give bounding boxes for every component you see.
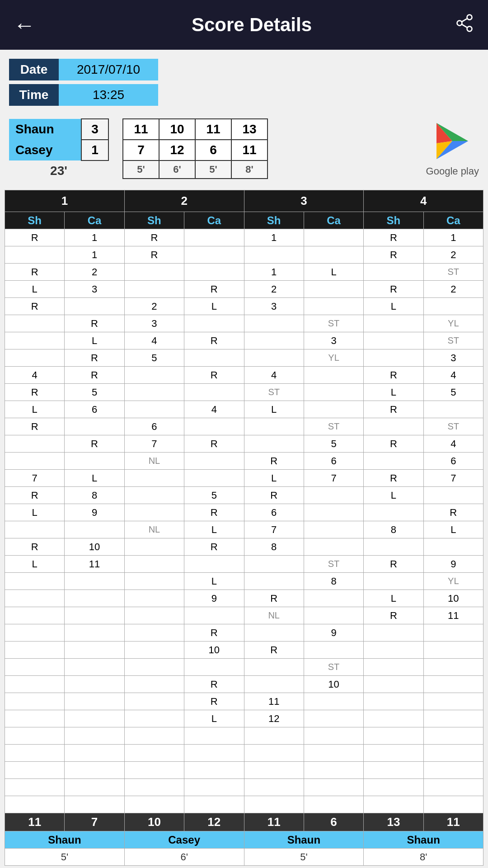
date-value: 2017/07/10 [59,59,158,80]
time-label: Time [9,84,59,106]
set4-header: 4 [364,190,483,212]
table-row [5,745,483,762]
players-table: Shaun 3 Casey 1 23' [9,118,109,181]
table-row: 9RL10 [5,590,483,607]
google-play-icon [430,118,475,164]
table-row: R10 [5,676,483,693]
duration-row: 23' [9,160,108,181]
table-row: 10R [5,642,483,659]
svg-point-1 [457,20,462,25]
time-value: 13:25 [59,84,158,106]
svg-point-2 [467,26,472,31]
totals-row: 11710121161311 [5,813,483,831]
table-row: NLL78L [5,521,483,538]
google-play-label: Google play [426,165,479,177]
table-row: R5YL3 [5,349,483,367]
date-label: Date [9,59,59,80]
set4-ca: Ca [423,212,483,229]
table-row: R1R1R1 [5,229,483,246]
table-row: R9 [5,624,483,642]
table-row: L11STR9 [5,556,483,573]
table-row: R3STYL [5,315,483,332]
table-row: 4RR4R4 [5,367,483,384]
detail-table: 1 2 3 4 Sh Ca Sh Ca Sh Ca Sh Ca R1R1R11R… [5,190,483,866]
player1-name: Shaun [9,119,81,140]
set4-sh: Sh [364,212,423,229]
table-row: L4R3ST [5,332,483,349]
score-section: Shaun 3 Casey 1 23' 111011137126115'6'5'… [0,114,488,185]
set1-ca: Ca [65,212,124,229]
table-row: 1RR2 [5,246,483,264]
svg-line-4 [462,18,468,21]
table-row: R5STL5 [5,384,483,401]
set3-ca: Ca [304,212,363,229]
set-header-row: 1 2 3 4 [5,190,483,212]
share-icon[interactable] [455,13,474,37]
table-row: NLR66 [5,453,483,470]
player2-name: Casey [9,140,81,160]
set3-sh: Sh [244,212,304,229]
set2-sh: Sh [124,212,184,229]
table-row: R10R8 [5,538,483,556]
player1-row: Shaun 3 [9,119,108,140]
set1-header: 1 [5,190,125,212]
player2-score: 1 [81,140,108,160]
table-row: L3R2R2 [5,281,483,298]
table-row: L64LR [5,401,483,418]
table-row: L8YL [5,573,483,590]
table-row: R11 [5,693,483,710]
table-row: R6STST [5,418,483,435]
table-row [5,727,483,745]
google-play-area: Google play [426,118,479,177]
set-scores-table: 111011137126115'6'5'8' [122,118,268,179]
table-row: R2L3L [5,298,483,315]
table-row: L9R6R [5,504,483,521]
svg-point-0 [467,14,472,19]
table-row [5,796,483,813]
table-row [5,762,483,779]
table-row: ST [5,659,483,676]
time-row: Time 13:25 [9,84,479,106]
set3-header: 3 [244,190,364,212]
table-row: R21LST [5,264,483,281]
table-row [5,779,483,796]
svg-line-3 [462,24,468,27]
set2-ca: Ca [184,212,244,229]
date-row: Date 2017/07/10 [9,59,479,80]
app-header: ← Score Details [0,0,488,50]
set2-header: 2 [124,190,244,212]
page-title: Score Details [49,14,455,36]
datetime-section: Date 2017/07/10 Time 13:25 [0,50,488,114]
table-row: 7LL7R7 [5,470,483,487]
table-row: L12 [5,710,483,727]
footer-duration-row: 5'6'5'8' [5,849,483,866]
player2-row: Casey 1 [9,140,108,160]
back-button[interactable]: ← [14,13,35,38]
table-row: R7R5R4 [5,435,483,453]
detail-table-wrapper: 1 2 3 4 Sh Ca Sh Ca Sh Ca Sh Ca R1R1R11R… [0,185,488,868]
set1-sh: Sh [5,212,65,229]
table-row: NLR11 [5,607,483,624]
table-row: R85RL [5,487,483,504]
player1-score: 3 [81,119,108,140]
player-subheader-row: Sh Ca Sh Ca Sh Ca Sh Ca [5,212,483,229]
winner-row: ShaunCaseyShaunShaun [5,831,483,849]
match-duration: 23' [9,160,108,181]
